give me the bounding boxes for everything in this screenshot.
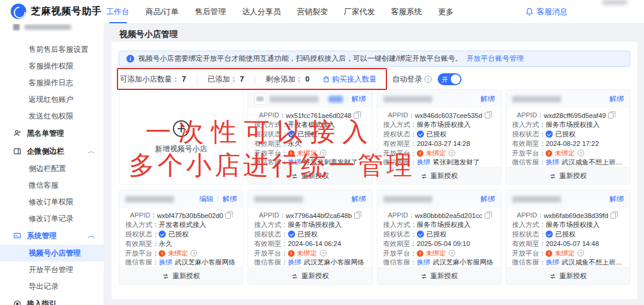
- copy-icon[interactable]: [611, 213, 616, 219]
- auto-login-info-icon[interactable]: !: [425, 76, 432, 83]
- open-platform-row: 开放平台： ! 未绑定 ?: [254, 248, 366, 258]
- store-card-grid: 新增视频号小店 解绑 APPID： wx51fcc761ae6d0248 接入方…: [119, 89, 630, 285]
- help-icon[interactable]: ?: [320, 150, 326, 157]
- copy-icon[interactable]: [485, 213, 490, 219]
- reauthorize-label: 重新授权: [559, 272, 587, 281]
- help-icon[interactable]: ?: [320, 250, 326, 257]
- guide-icon: [13, 300, 21, 305]
- copy-icon[interactable]: [354, 113, 359, 119]
- logo-icon: [11, 4, 26, 19]
- sidebar-item-4[interactable]: 返现红包账户: [0, 91, 104, 108]
- info-banner: i 视频号小店需要绑定开放平台才能使用互通功能，扫码授权接入后，可以一键创建/绑…: [119, 51, 630, 67]
- unbind-link[interactable]: 解绑: [352, 94, 366, 104]
- unbind-link[interactable]: 解绑: [222, 194, 237, 204]
- store-name-blurred: [512, 196, 561, 203]
- open-platform-value: 未绑定: [297, 249, 317, 258]
- open-platform-row: 开放平台： ! 未绑定 ?: [254, 148, 366, 158]
- sidebar-item-16[interactable]: 接入指引: [0, 295, 104, 305]
- copy-icon[interactable]: [354, 213, 360, 219]
- unbind-link[interactable]: 解绑: [609, 94, 624, 104]
- help-icon[interactable]: ?: [448, 150, 455, 157]
- rebind-link[interactable]: 换绑: [159, 258, 172, 267]
- buy-access-link[interactable]: 购买接入数量: [323, 74, 377, 85]
- wechat-cs-name: 武汉芝麻小客服网络: [304, 258, 364, 267]
- edit-link[interactable]: 编辑: [199, 194, 213, 204]
- nav-item-2[interactable]: 商品/订单: [145, 0, 179, 24]
- unbind-link[interactable]: 解绑: [352, 194, 366, 204]
- appid-label: APPID：: [130, 211, 157, 220]
- auth-status-value: 已授权: [555, 130, 575, 139]
- reauthorize-button[interactable]: 重新授权: [377, 167, 501, 184]
- auth-status-row: 授权状态： 已授权: [125, 230, 237, 239]
- reauthorize-button[interactable]: 重新授权: [119, 267, 243, 284]
- store-name-blurred: [512, 96, 561, 102]
- sidebar-item-9[interactable]: 微信客服: [0, 177, 104, 194]
- add-store-label: 新增视频号小店: [155, 144, 208, 154]
- help-icon[interactable]: ?: [578, 250, 584, 257]
- bell-icon: [525, 8, 534, 16]
- nav-item-7[interactable]: 客服系统: [391, 0, 422, 24]
- store-avatar: [254, 93, 266, 105]
- edit-link-blurred[interactable]: [329, 96, 343, 102]
- reauthorize-button[interactable]: 重新授权: [377, 267, 501, 284]
- unbind-link[interactable]: 解绑: [609, 194, 624, 204]
- sidebar-item-10[interactable]: 修改订单权限: [0, 194, 104, 210]
- access-mode-label: 接入方式：: [254, 220, 287, 229]
- reauthorize-button[interactable]: 重新授权: [248, 167, 371, 184]
- sidebar-item-13[interactable]: 视频号小店管理: [0, 245, 104, 262]
- help-icon[interactable]: ?: [191, 250, 197, 257]
- blurred-icon: [13, 24, 20, 30]
- sidebar-item-15[interactable]: 导出记录: [0, 278, 104, 295]
- sidebar-item-6[interactable]: 黑名单管理: [0, 125, 104, 142]
- reauthorize-button[interactable]: 重新授权: [248, 267, 371, 284]
- access-mode-value: 服务市场授权接入: [288, 220, 342, 229]
- sidebar-item-3[interactable]: 客服操作日志: [0, 74, 104, 91]
- unbind-link[interactable]: 解绑: [481, 94, 495, 104]
- blurred-label: [24, 24, 71, 30]
- sidebar-item-14[interactable]: 开放平台管理: [0, 262, 104, 278]
- copy-icon[interactable]: [225, 213, 231, 219]
- nav-item-5[interactable]: 营销裂变: [297, 0, 328, 24]
- reauthorize-button[interactable]: 重新授权: [506, 167, 630, 184]
- sidebar-item-7[interactable]: 企微侧边栏︿: [0, 142, 104, 160]
- reauthorize-button[interactable]: 重新授权: [506, 267, 630, 284]
- rebind-link[interactable]: 换绑: [546, 258, 559, 267]
- nav-item-6[interactable]: 厂家代发: [344, 0, 375, 24]
- nav-item-1[interactable]: 工作台: [106, 0, 129, 24]
- help-icon[interactable]: ?: [578, 150, 584, 157]
- sidebar-item-label: 微信客服: [29, 180, 58, 191]
- nav-item-4[interactable]: 达人分享员: [242, 0, 281, 24]
- nav-item-8[interactable]: 更多: [438, 0, 454, 24]
- unbind-link[interactable]: 解绑: [481, 194, 495, 204]
- rebind-link[interactable]: 换绑: [546, 158, 559, 167]
- copy-icon[interactable]: [485, 113, 490, 119]
- sidebar-item-2[interactable]: 客服操作权限: [0, 58, 104, 74]
- add-store-card[interactable]: 新增视频号小店: [119, 89, 243, 185]
- service-messages-link[interactable]: 客服消息: [525, 0, 568, 24]
- auto-login-toggle[interactable]: 开: [438, 73, 462, 85]
- expire-label: 有效期至：: [383, 239, 417, 248]
- sidebar-item-12[interactable]: 系统管理︿: [0, 227, 104, 245]
- open-platform-value: 未绑定: [426, 149, 446, 158]
- expire-value: 永久: [288, 139, 302, 148]
- sidebar-item-11[interactable]: 修改订单记录: [0, 210, 104, 227]
- help-icon[interactable]: ?: [448, 250, 455, 257]
- open-platform-row: 开放平台： ! 未绑定 ?: [383, 148, 495, 158]
- system-icon: [13, 232, 21, 240]
- rebind-link[interactable]: 换绑: [417, 258, 431, 267]
- store-management-panel: i 视频号小店需要绑定开放平台才能使用互通功能，扫码授权接入后，可以一键创建/绑…: [112, 42, 637, 299]
- warning-icon: !: [546, 150, 552, 157]
- sidebar-item-5[interactable]: 发送红包权限: [0, 108, 104, 125]
- nav-item-3[interactable]: 售后管理: [195, 0, 226, 24]
- sidebar-item-1[interactable]: 售前售后客服设置: [0, 41, 104, 58]
- open-platform-account-link[interactable]: 开放平台账号管理: [466, 54, 524, 64]
- rebind-link[interactable]: 换绑: [288, 158, 302, 167]
- app-logo: 芝麻视频号助手: [11, 4, 102, 19]
- rebind-link[interactable]: 换绑: [288, 258, 302, 267]
- main-content: 视频号小店管理 i 视频号小店需要绑定开放平台才能使用互通功能，扫码授权接入后，…: [105, 24, 644, 305]
- copy-icon[interactable]: [608, 113, 614, 119]
- added-value: 7: [240, 75, 244, 83]
- rebind-link[interactable]: 换绑: [417, 158, 431, 167]
- sidebar-item-8[interactable]: 侧边栏配置: [0, 160, 104, 177]
- store-card-header: 解绑: [377, 90, 501, 108]
